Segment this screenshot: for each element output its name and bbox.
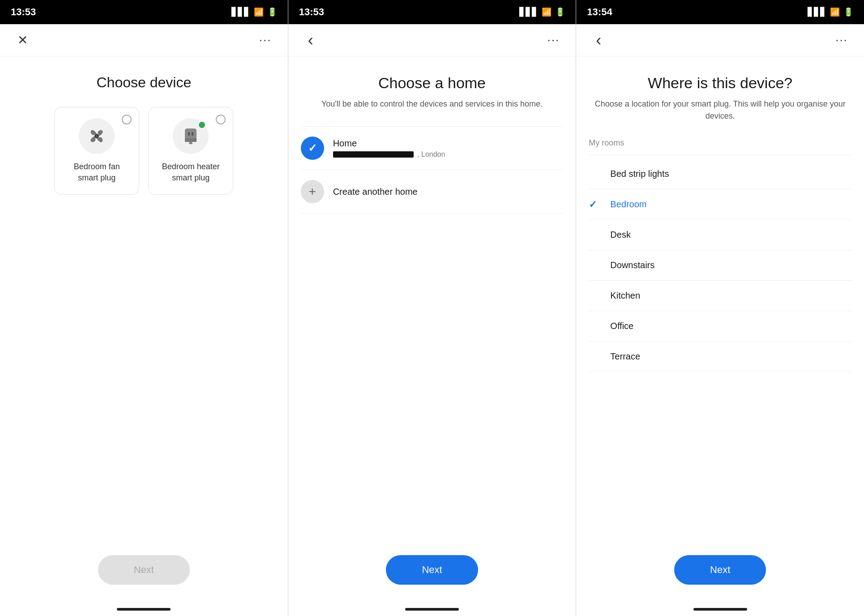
- bottom-area-3: Next: [576, 546, 864, 603]
- svg-rect-4: [188, 132, 190, 136]
- nav-bar-2: ‹ ···: [288, 24, 576, 56]
- signal-icon-2: ▋▋▋: [519, 7, 538, 17]
- screen-choose-home: 13:53 ▋▋▋ 📶 🔋 ‹ ··· Choose a home You'll…: [288, 0, 577, 616]
- status-bar-1: 13:53 ▋▋▋ 📶 🔋: [0, 0, 288, 24]
- radio-fan: [122, 115, 132, 124]
- plus-icon: +: [308, 184, 316, 199]
- more-icon: ···: [259, 33, 272, 47]
- room-item-office[interactable]: Office: [589, 311, 851, 342]
- battery-icon: 🔋: [267, 7, 277, 17]
- device-card-plug[interactable]: Bedroom heater smart plug: [148, 107, 233, 195]
- home-list: ✓ Home , London +: [301, 126, 564, 214]
- screen-choose-device: 13:53 ▋▋▋ 📶 🔋 ✕ ··· Choose device: [0, 0, 288, 616]
- device-list: Bedroom fan smart plug: [13, 107, 275, 195]
- room-name-bedroom: Bedroom: [589, 199, 646, 210]
- home-address: , London: [333, 150, 445, 158]
- home-indicator-3: [576, 603, 864, 616]
- nav-bar-3: ‹ ···: [576, 24, 864, 56]
- close-icon: ✕: [17, 33, 28, 47]
- next-button-1[interactable]: Next: [98, 555, 190, 585]
- home-name: Home: [333, 138, 445, 149]
- page-title-3: Where is this device?: [589, 74, 851, 92]
- room-item-bed-strip[interactable]: Bed strip lights: [589, 159, 851, 189]
- room-name-office: Office: [589, 321, 633, 331]
- status-icons-2: ▋▋▋ 📶 🔋: [519, 7, 565, 17]
- room-item-kitchen[interactable]: Kitchen: [589, 281, 851, 311]
- fan-device-name: Bedroom fan smart plug: [74, 161, 120, 184]
- back-icon-2: ‹: [308, 31, 313, 50]
- close-button[interactable]: ✕: [13, 30, 32, 50]
- check-icon-home: ✓: [308, 142, 317, 154]
- radio-plug: [216, 115, 226, 124]
- battery-icon-2: 🔋: [555, 7, 565, 17]
- room-name-terrace: Terrace: [589, 351, 640, 362]
- home-item-create[interactable]: + Create another home: [301, 170, 564, 214]
- screen-device-location: 13:54 ▋▋▋ 📶 🔋 ‹ ··· Where is this device…: [576, 0, 864, 616]
- screen2-content: Choose a home You'll be able to control …: [288, 56, 576, 546]
- room-item-downstairs[interactable]: Downstairs: [589, 250, 851, 281]
- create-home-avatar: +: [301, 180, 324, 203]
- next-button-3[interactable]: Next: [674, 555, 766, 585]
- fan-svg-icon: [86, 125, 108, 147]
- wifi-icon: 📶: [254, 7, 264, 17]
- page-title-1: Choose device: [13, 74, 275, 91]
- next-button-2[interactable]: Next: [386, 555, 478, 585]
- page-title-2: Choose a home: [301, 74, 564, 92]
- page-subtitle-2: You'll be able to control the devices an…: [301, 98, 564, 110]
- svg-rect-6: [185, 138, 197, 142]
- create-home-name: Create another home: [333, 187, 418, 197]
- room-name-kitchen: Kitchen: [589, 291, 640, 301]
- back-icon-3: ‹: [596, 31, 601, 50]
- create-home-info: Create another home: [333, 187, 418, 197]
- room-name-bed-strip: Bed strip lights: [589, 169, 669, 179]
- address-redacted: [333, 151, 414, 158]
- svg-rect-7: [189, 142, 192, 144]
- status-dot: [198, 121, 206, 129]
- battery-icon-3: 🔋: [843, 7, 853, 17]
- home-city: , London: [417, 150, 445, 158]
- signal-icon: ▋▋▋: [231, 7, 250, 17]
- rooms-section: My rooms Bed strip lights ✓ Bedroom Desk…: [589, 138, 851, 372]
- home-bar-3: [693, 608, 747, 611]
- home-avatar-existing: ✓: [301, 137, 324, 160]
- bottom-area-2: Next: [288, 546, 576, 603]
- page-subtitle-3: Choose a location for your smart plug. T…: [589, 98, 851, 122]
- room-item-bedroom[interactable]: ✓ Bedroom: [589, 189, 851, 220]
- status-bar-3: 13:54 ▋▋▋ 📶 🔋: [576, 0, 864, 24]
- screen1-content: Choose device: [0, 56, 288, 546]
- home-info-existing: Home , London: [333, 138, 445, 158]
- room-name-desk: Desk: [589, 230, 631, 240]
- status-time-2: 13:53: [299, 6, 324, 18]
- svg-point-2: [96, 135, 98, 137]
- more-options-button-3[interactable]: ···: [832, 30, 851, 50]
- rooms-label: My rooms: [589, 138, 851, 155]
- back-button-2[interactable]: ‹: [301, 30, 321, 50]
- room-check-bedroom: ✓: [589, 199, 597, 210]
- screen3-content: Where is this device? Choose a location …: [576, 56, 864, 546]
- plug-svg-icon: [180, 126, 201, 146]
- nav-bar-1: ✕ ···: [0, 24, 288, 56]
- home-bar-1: [117, 608, 171, 611]
- wifi-icon-2: 📶: [542, 7, 552, 17]
- plug-icon-wrapper: [173, 118, 209, 154]
- bottom-area-1: Next: [0, 546, 288, 603]
- more-icon-3: ···: [835, 33, 848, 47]
- device-card-fan[interactable]: Bedroom fan smart plug: [54, 107, 139, 195]
- status-time-1: 13:53: [11, 6, 36, 18]
- plug-device-name: Bedroom heater smart plug: [162, 161, 220, 184]
- back-button-3[interactable]: ‹: [589, 30, 608, 50]
- home-item-existing[interactable]: ✓ Home , London: [301, 126, 564, 170]
- room-item-desk[interactable]: Desk: [589, 220, 851, 250]
- more-icon-2: ···: [547, 33, 560, 47]
- more-options-button[interactable]: ···: [256, 30, 275, 50]
- home-bar-2: [405, 608, 459, 611]
- room-item-terrace[interactable]: Terrace: [589, 342, 851, 372]
- fan-icon-wrapper: [79, 118, 115, 154]
- svg-rect-5: [192, 132, 193, 136]
- room-name-downstairs: Downstairs: [589, 260, 654, 270]
- wifi-icon-3: 📶: [830, 7, 840, 17]
- home-indicator-1: [0, 603, 288, 616]
- more-options-button-2[interactable]: ···: [543, 30, 563, 50]
- status-icons-1: ▋▋▋ 📶 🔋: [231, 7, 277, 17]
- home-indicator-2: [288, 603, 576, 616]
